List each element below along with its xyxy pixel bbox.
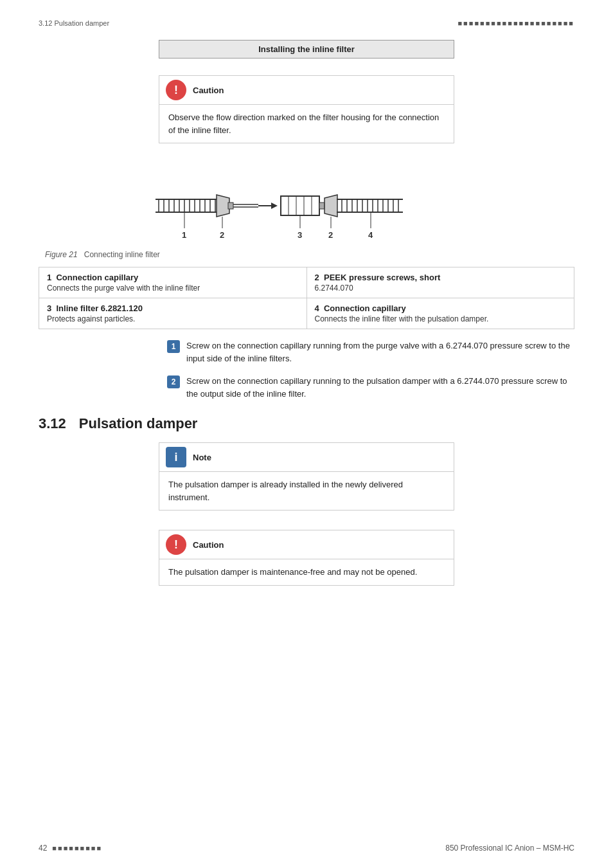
svg-text:2: 2 <box>328 230 333 240</box>
caution-body-1: Observe the flow direction marked on the… <box>159 105 454 143</box>
callout-cell-2: 2 PEEK pressure screws, short 6.2744.070 <box>306 267 574 298</box>
steps-area: 1 Screw on the connection capillary runn… <box>167 339 574 400</box>
section-number: 3.12 <box>39 415 66 432</box>
svg-marker-26 <box>324 195 337 217</box>
callout-num-2: 2 <box>315 273 324 282</box>
callout-title-1: Connection capillary <box>56 273 138 282</box>
caution-title-2: Caution <box>193 540 224 550</box>
callout-title-3: Inline filter 6.2821.120 <box>56 303 142 313</box>
svg-text:3: 3 <box>298 230 302 240</box>
callout-table: 1 Connection capillary Connects the purg… <box>39 267 574 329</box>
callout-desc-3: Protects against particles. <box>47 314 299 323</box>
caution-header-1: ! Caution <box>159 76 454 105</box>
page: 3.12 Pulsation damper ■■■■■■■■■■■■■■■■■■… <box>0 0 613 868</box>
callout-desc-1: Connects the purge valve with the inline… <box>47 284 299 293</box>
page-footer: 42 ■■■■■■■■■ 850 Professional IC Anion –… <box>39 844 574 853</box>
footer-page-info: 42 ■■■■■■■■■ <box>39 844 102 853</box>
svg-marker-14 <box>217 195 229 217</box>
note-box: i Note The pulsation damper is already i… <box>159 442 454 511</box>
figure-title: Connecting inline filter <box>84 250 160 259</box>
figure-caption: Figure 21 Connecting inline filter <box>39 250 574 259</box>
installing-heading-text: Installing the inline filter <box>258 44 355 54</box>
caution-body-2: The pulsation damper is maintenance-free… <box>159 559 454 585</box>
caution-title-1: Caution <box>193 86 224 95</box>
note-title: Note <box>193 453 211 462</box>
note-header: i Note <box>159 443 454 472</box>
inline-filter-diagram: 1 2 3 2 4 <box>146 164 467 248</box>
caution-icon-1: ! <box>166 80 186 100</box>
figure-area: 1 2 3 2 4 Figure 21 Connecting inline fi… <box>39 164 574 259</box>
caution-header-2: ! Caution <box>159 530 454 559</box>
section-title: Pulsation damper <box>79 415 198 432</box>
callout-num-3: 3 <box>47 303 56 313</box>
svg-marker-19 <box>271 203 278 209</box>
step-number-1: 1 <box>167 340 180 353</box>
callout-row-2: 3 Inline filter 6.2821.120 Protects agai… <box>39 298 574 329</box>
callout-num-1: 1 <box>47 273 56 282</box>
callout-title-2: PEEK pressure screws, short <box>324 273 440 282</box>
header-dots: ■■■■■■■■■■■■■■■■■■■■■ <box>458 19 574 27</box>
svg-text:1: 1 <box>182 230 186 240</box>
note-body: The pulsation damper is already installe… <box>159 472 454 510</box>
figure-label: Figure 21 <box>45 250 78 259</box>
callout-title-4: Connection capillary <box>324 303 406 313</box>
callout-desc-2: 6.2744.070 <box>315 284 567 293</box>
breadcrumb: 3.12 Pulsation damper <box>39 19 109 27</box>
step-1: 1 Screw on the connection capillary runn… <box>167 339 574 365</box>
svg-text:4: 4 <box>368 230 373 240</box>
page-header: 3.12 Pulsation damper ■■■■■■■■■■■■■■■■■■… <box>39 19 574 27</box>
step-2: 2 Screw on the connection capillary runn… <box>167 375 574 400</box>
callout-cell-4: 4 Connection capillary Connects the inli… <box>306 298 574 329</box>
caution-icon-2: ! <box>166 534 186 555</box>
page-number: 42 <box>39 844 47 853</box>
diagram-container: 1 2 3 2 4 <box>39 164 574 248</box>
caution-box-2: ! Caution The pulsation damper is mainte… <box>159 530 454 586</box>
svg-rect-25 <box>319 203 324 209</box>
step-number-2: 2 <box>167 375 180 388</box>
svg-text:2: 2 <box>220 230 224 240</box>
note-icon: i <box>166 447 186 467</box>
footer-dots: ■■■■■■■■■ <box>52 844 102 852</box>
step-text-1: Screw on the connection capillary runnin… <box>186 339 574 365</box>
section-312-heading: 3.12 Pulsation damper <box>39 415 574 432</box>
callout-num-4: 4 <box>315 303 324 313</box>
callout-cell-1: 1 Connection capillary Connects the purg… <box>39 267 307 298</box>
callout-desc-4: Connects the inline filter with the puls… <box>315 314 567 323</box>
step-text-2: Screw on the connection capillary runnin… <box>186 375 574 400</box>
installing-heading-box: Installing the inline filter <box>159 40 454 59</box>
svg-rect-15 <box>228 203 233 209</box>
svg-rect-20 <box>281 196 319 215</box>
footer-product: 850 Professional IC Anion – MSM-HC <box>445 844 574 853</box>
callout-row-1: 1 Connection capillary Connects the purg… <box>39 267 574 298</box>
caution-box-1: ! Caution Observe the flow direction mar… <box>159 75 454 143</box>
callout-cell-3: 3 Inline filter 6.2821.120 Protects agai… <box>39 298 307 329</box>
